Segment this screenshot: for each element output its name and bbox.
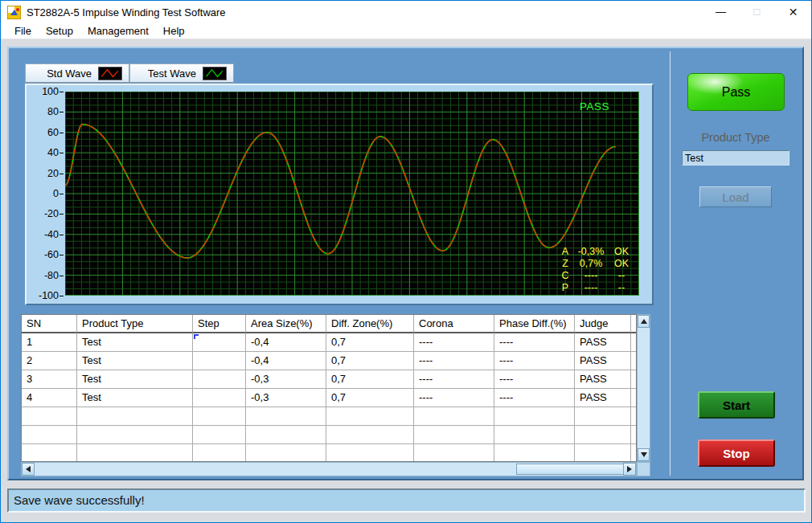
table-cell[interactable]: [494, 444, 575, 462]
table-cell[interactable]: 0: [631, 352, 637, 370]
table-row[interactable]: 4Test-0,30,7--------PASS0: [22, 389, 636, 407]
table-cell[interactable]: [631, 426, 637, 444]
table-cell[interactable]: [494, 407, 575, 426]
table-cell[interactable]: PASS: [575, 352, 631, 370]
table-row[interactable]: [22, 407, 636, 426]
table-cell[interactable]: ----: [494, 389, 575, 407]
product-type-input[interactable]: [682, 150, 789, 165]
table-cell[interactable]: [22, 407, 77, 426]
start-button[interactable]: Start: [698, 391, 775, 419]
table-cell[interactable]: PASS: [575, 333, 631, 352]
std-wave-icon: [98, 67, 122, 80]
table-cell[interactable]: 3: [22, 370, 77, 389]
scrollbar-corner: [637, 462, 650, 476]
result-cell: C: [559, 269, 572, 281]
legend-std-wave[interactable]: Std Wave: [25, 63, 129, 84]
minimize-button[interactable]: —: [703, 1, 739, 23]
table-cell[interactable]: [246, 426, 326, 444]
scroll-left-button[interactable]: [22, 463, 35, 476]
table-cell[interactable]: 1: [22, 333, 77, 352]
table-cell[interactable]: -0,4: [246, 352, 326, 370]
table-cell[interactable]: [193, 370, 246, 389]
table-cell[interactable]: ----: [414, 333, 494, 352]
table-cell[interactable]: [414, 407, 494, 426]
table-cell[interactable]: PASS: [575, 370, 631, 389]
horizontal-scrollbar[interactable]: [21, 462, 637, 476]
maximize-button[interactable]: □: [739, 1, 775, 23]
table-cell[interactable]: [246, 444, 326, 462]
horizontal-scroll-thumb[interactable]: [516, 464, 624, 475]
table-cell[interactable]: ----: [414, 370, 494, 389]
table-cell[interactable]: 0: [631, 333, 637, 352]
table-cell[interactable]: Test: [77, 352, 193, 370]
waveform-plot-area: PASS A-0,3%OKZ0,7%OKC------P------: [65, 92, 639, 296]
table-cell[interactable]: [77, 444, 193, 462]
table-cell[interactable]: -0,4: [246, 333, 326, 352]
table-row[interactable]: [22, 444, 636, 462]
menu-item-file[interactable]: File: [7, 23, 39, 39]
table-row[interactable]: [22, 426, 636, 444]
table-cell[interactable]: Test: [77, 389, 193, 407]
table-cell[interactable]: [326, 444, 414, 462]
y-axis-tick-label: 80: [47, 106, 59, 117]
table-row[interactable]: 2Test-0,40,7--------PASS0: [22, 352, 636, 370]
table-cell[interactable]: ----: [414, 389, 494, 407]
table-cell[interactable]: [326, 426, 414, 444]
table-cell[interactable]: [193, 407, 246, 426]
y-axis-tick-label: 0: [53, 188, 59, 199]
table-row[interactable]: 1Test-0,40,7--------PASS0: [22, 333, 636, 352]
y-axis-tick-mark: [59, 92, 64, 92]
stop-button[interactable]: Stop: [698, 439, 775, 467]
table-cell[interactable]: [193, 352, 246, 370]
menu-item-help[interactable]: Help: [156, 23, 192, 39]
table-cell[interactable]: [631, 407, 637, 426]
table-cell[interactable]: [22, 444, 77, 462]
load-button[interactable]: Load: [699, 186, 772, 207]
table-cell[interactable]: 0,7: [326, 352, 414, 370]
table-cell[interactable]: [414, 444, 494, 462]
table-cell[interactable]: [77, 407, 193, 426]
table-cell[interactable]: 2: [22, 352, 77, 370]
scroll-down-button[interactable]: [638, 448, 650, 461]
table-cell[interactable]: [575, 444, 631, 462]
table-cell[interactable]: 0,7: [326, 333, 414, 352]
table-cell[interactable]: [193, 389, 246, 407]
table-cell[interactable]: Test: [77, 333, 193, 352]
table-cell[interactable]: [414, 426, 494, 444]
table-cell[interactable]: ----: [494, 352, 575, 370]
table-cell[interactable]: [193, 426, 246, 444]
vertical-scrollbar[interactable]: [637, 314, 650, 462]
table-cell[interactable]: ----: [494, 370, 575, 389]
menu-item-setup[interactable]: Setup: [39, 23, 80, 39]
table-cell[interactable]: ----: [414, 352, 494, 370]
table-cell[interactable]: 0,7: [326, 370, 414, 389]
table-cell[interactable]: [193, 444, 246, 462]
table-cell[interactable]: [193, 333, 246, 352]
table-cell[interactable]: Test: [77, 370, 193, 389]
table-cell[interactable]: 4: [22, 389, 77, 407]
table-cell[interactable]: -0,3: [246, 389, 326, 407]
table-cell[interactable]: ----: [494, 333, 575, 352]
table-cell[interactable]: 0: [631, 389, 637, 407]
table-cell[interactable]: [575, 407, 631, 426]
table-cell[interactable]: 0,7: [326, 389, 414, 407]
table-cell[interactable]: 0: [631, 370, 637, 389]
table-cell[interactable]: [22, 426, 77, 444]
menu-item-management[interactable]: Management: [80, 23, 156, 39]
table-cell[interactable]: [77, 426, 193, 444]
table-cell[interactable]: [494, 426, 575, 444]
table-cell[interactable]: [326, 407, 414, 426]
table-cell[interactable]: [631, 444, 637, 462]
legend-test-wave[interactable]: Test Wave: [129, 63, 234, 84]
table-cell[interactable]: [575, 426, 631, 444]
y-axis-tick-label: 100: [42, 86, 59, 97]
table-row[interactable]: 3Test-0,30,7--------PASS0: [22, 370, 636, 389]
table-header-cell: Step: [193, 315, 246, 333]
close-button[interactable]: ✕: [775, 1, 811, 23]
scroll-up-button[interactable]: [638, 315, 650, 328]
scroll-right-button[interactable]: [623, 463, 636, 476]
table-cell[interactable]: PASS: [575, 389, 631, 407]
waveform-plot: [65, 92, 639, 296]
table-cell[interactable]: [246, 407, 326, 426]
table-cell[interactable]: -0,3: [246, 370, 326, 389]
